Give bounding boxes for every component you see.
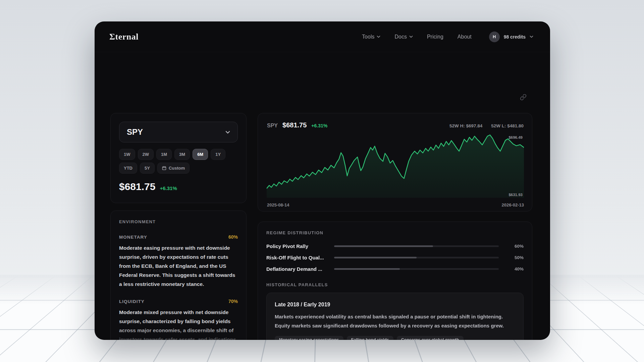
price-chart-panel: SPY $681.75 +6.31% 52W H: $697.84 52W L:…: [258, 113, 532, 212]
range-button-6m[interactable]: 6M: [193, 149, 208, 160]
week52-high: 52W H: $697.84: [449, 123, 482, 128]
chevron-down-icon: [225, 131, 230, 134]
range-button-5y[interactable]: 5Y: [140, 163, 155, 174]
regime-rows: Policy Pivot Rally 60% Risk-Off Flight t…: [266, 243, 524, 273]
range-button-ytd[interactable]: YTD: [119, 163, 137, 174]
chart-header: SPY $681.75 +6.31% 52W H: $697.84 52W L:…: [258, 113, 532, 129]
environment-panel: ENVIRONMENT MONETARY 60% Moderate easing…: [110, 210, 247, 340]
progress-fill: [334, 245, 433, 247]
range-selector: 1W 2W 1M 3M 6M 1Y YTD 5Y Custom: [119, 149, 233, 174]
chevron-down-icon: [377, 36, 380, 38]
parallel-period-title: Late 2018 / Early 2019: [275, 302, 515, 308]
range-button-2w[interactable]: 2W: [138, 149, 154, 160]
custom-range-label: Custom: [169, 166, 185, 171]
main-content: SPY 1W 2W 1M 3M 6M 1Y YTD 5Y Custom: [95, 52, 550, 340]
calendar-icon: [162, 166, 166, 170]
environment-section-liquidity: LIQUIDITY 70% Moderate mixed pressure wi…: [119, 299, 238, 340]
nav-item-tools[interactable]: Tools: [362, 34, 380, 40]
progress-track: [334, 268, 499, 270]
symbol-panel: SPY 1W 2W 1M 3M 6M 1Y YTD 5Y Custom: [110, 113, 247, 203]
right-column: SPY $681.75 +6.31% 52W H: $697.84 52W L:…: [258, 113, 532, 340]
nav-item-pricing[interactable]: Pricing: [427, 34, 443, 40]
avatar[interactable]: H: [489, 32, 500, 42]
main-nav: Tools Docs Pricing About H 98 credits: [362, 32, 533, 42]
parallels-title: HISTORICAL PARALLELS: [266, 282, 524, 287]
historical-parallel-card[interactable]: Late 2018 / Early 2019 Markets experienc…: [266, 293, 524, 340]
tag: Falling bond yields: [347, 336, 393, 340]
chart-svg: [267, 133, 524, 198]
nav-item-docs[interactable]: Docs: [394, 34, 413, 40]
quote-price: $681.75: [119, 181, 155, 192]
range-button-1w[interactable]: 1W: [119, 149, 135, 160]
parallel-tags: Monetary easing expectations Falling bon…: [275, 336, 515, 340]
left-column: SPY 1W 2W 1M 3M 6M 1Y YTD 5Y Custom: [110, 113, 247, 340]
account-menu[interactable]: H 98 credits: [489, 32, 533, 42]
week52-low: 52W L: $481.80: [491, 123, 524, 128]
quote-row: $681.75 +6.31%: [119, 181, 238, 192]
regime-row-pct: 50%: [506, 255, 524, 260]
regime-row-label: Risk-Off Flight to Qual...: [266, 255, 334, 260]
chart-x-axis: 2025-08-14 2026-02-13: [267, 202, 524, 207]
tag: Concerns over global growth: [397, 336, 464, 340]
chart-symbol: SPY: [267, 123, 278, 129]
section-score: 70%: [228, 299, 238, 304]
section-name: MONETARY: [119, 235, 147, 240]
progress-fill: [334, 268, 400, 270]
nav-item-about[interactable]: About: [458, 34, 472, 40]
nav-item-label: About: [458, 34, 472, 40]
progress-track: [334, 257, 499, 258]
credits-badge: 98 credits: [504, 34, 526, 40]
parallel-description: Markets experienced volatility as centra…: [275, 312, 515, 330]
symbol-dropdown[interactable]: SPY: [119, 122, 238, 142]
symbol-value: SPY: [127, 127, 143, 137]
nav-item-label: Pricing: [427, 34, 443, 40]
regime-row: Policy Pivot Rally 60%: [266, 243, 524, 250]
chart-price: $681.75: [282, 121, 307, 129]
regime-title: REGIME DISTRIBUTION: [266, 230, 524, 235]
app-logo[interactable]: Σternal: [109, 32, 139, 42]
chart-min-label: $631.93: [508, 193, 523, 197]
regime-row-pct: 40%: [506, 266, 524, 272]
share-link-icon[interactable]: [520, 94, 527, 102]
tag: Monetary easing expectations: [275, 336, 343, 340]
section-name: LIQUIDITY: [119, 299, 145, 304]
chart-max-label: $696.49: [508, 135, 523, 139]
section-text: Moderate mixed pressure with net downsid…: [119, 308, 238, 340]
quote-change: +6.31%: [160, 185, 177, 191]
regime-row-label: Deflationary Demand ...: [266, 266, 334, 272]
app-window: Σternal Tools Docs Pricing About H 98 cr…: [95, 21, 550, 340]
regime-row-label: Policy Pivot Rally: [266, 243, 334, 249]
environment-section-monetary: MONETARY 60% Moderate easing pressure wi…: [119, 234, 238, 289]
chart-start-date: 2025-08-14: [267, 202, 289, 207]
price-chart[interactable]: $696.49 $631.93: [267, 133, 524, 198]
range-button-1m[interactable]: 1M: [156, 149, 172, 160]
regime-row: Deflationary Demand ... 40%: [266, 265, 524, 273]
progress-fill: [334, 257, 417, 258]
section-text: Moderate easing pressure with net downsi…: [119, 243, 238, 289]
regime-row-pct: 60%: [506, 244, 524, 249]
range-button-3m[interactable]: 3M: [174, 149, 190, 160]
nav-item-label: Docs: [394, 34, 407, 40]
nav-item-label: Tools: [362, 34, 374, 40]
range-button-custom[interactable]: Custom: [157, 163, 190, 174]
chart-change: +6.31%: [311, 123, 327, 128]
top-navbar: Σternal Tools Docs Pricing About H 98 cr…: [95, 21, 550, 52]
environment-title: ENVIRONMENT: [119, 219, 238, 224]
chevron-down-icon: [409, 36, 413, 38]
chart-end-date: 2026-02-13: [502, 202, 524, 207]
regime-row: Risk-Off Flight to Qual... 50%: [266, 254, 524, 261]
range-button-1y[interactable]: 1Y: [211, 149, 225, 160]
chevron-down-icon: [530, 36, 533, 38]
progress-track: [334, 245, 499, 247]
section-score: 60%: [228, 234, 238, 240]
regime-panel: REGIME DISTRIBUTION Policy Pivot Rally 6…: [258, 222, 532, 340]
